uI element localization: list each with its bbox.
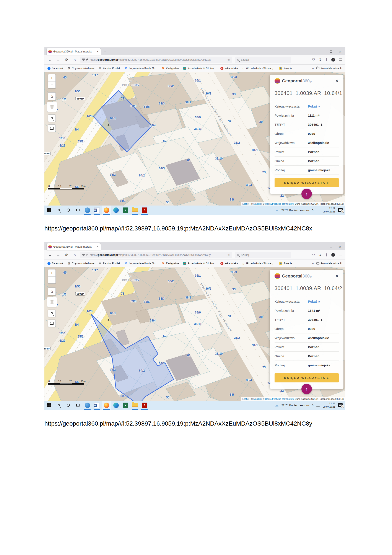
forward-button[interactable]: → (56, 253, 61, 257)
measure-button[interactable] (48, 124, 56, 132)
map-canvas[interactable]: 451/171/501/65808P1/121/285808P1/41/3065… (44, 72, 345, 205)
account-icon[interactable]: ● (331, 253, 335, 257)
zoom-in-button[interactable]: + (48, 270, 56, 277)
start-button[interactable] (44, 401, 54, 410)
layers-button[interactable] (47, 102, 57, 112)
lock-icon[interactable] (86, 59, 88, 61)
map-canvas[interactable]: 451/171/501/65808P1/121/285808P1/41/3065… (44, 267, 345, 401)
maptiler-link[interactable]: MapTiler (253, 398, 262, 400)
weather-icon[interactable]: ☁ (275, 403, 279, 408)
account-icon[interactable]: ● (331, 58, 335, 62)
restore-button[interactable] (330, 51, 332, 53)
forward-button[interactable]: → (56, 58, 61, 62)
home-button[interactable]: ⌂ (72, 253, 77, 257)
excel-taskbar-icon[interactable] (121, 205, 130, 215)
zoom-out-button[interactable]: − (48, 81, 56, 88)
restore-button[interactable] (330, 246, 332, 248)
browser-tab[interactable]: Geoportal360.pl - Mapa Interakt ✕ (47, 243, 101, 250)
edge-taskbar-icon[interactable] (111, 401, 121, 410)
reload-button[interactable]: ⟳ (64, 58, 69, 62)
bookmark-globe2[interactable]: ⊕Zamów Posiłek (98, 67, 120, 70)
library-icon[interactable]: ⫼ (326, 253, 327, 257)
maptiler-link[interactable]: MapTiler (253, 203, 262, 205)
tray-expand-icon[interactable]: ^ (312, 209, 313, 212)
browser-tab[interactable]: Geoportal360.pl - Mapa Interakt ✕ (47, 48, 101, 55)
weather-text[interactable]: 22°C Koniec deszczu (282, 404, 309, 407)
bookmark-g[interactable]: GLogowanie – Konta Go... (125, 67, 158, 70)
cortana-button[interactable] (64, 205, 73, 215)
leaflet-link[interactable]: Leaflet (242, 203, 249, 205)
downloads-icon[interactable]: ↧ (319, 253, 322, 257)
scroll-up-button[interactable]: ↑ (301, 189, 312, 199)
new-tab-button[interactable]: + (104, 245, 106, 249)
taskbar-search-button[interactable] (54, 205, 64, 215)
clock[interactable]: 12:2809.07.2021 (323, 402, 335, 409)
zoom-out-button[interactable]: − (48, 277, 56, 283)
thunderbird-taskbar-icon[interactable] (83, 401, 92, 410)
weather-icon[interactable]: ☁ (275, 208, 279, 212)
search-field[interactable]: Szukaj (235, 57, 291, 63)
overflow-chevron-icon[interactable]: » (312, 262, 314, 265)
bookmark-fb[interactable]: fFacebook (47, 262, 63, 265)
acrobat-taskbar-icon[interactable] (140, 401, 149, 410)
pokaz-link[interactable]: Pokaż » (308, 104, 320, 108)
panel-close-icon[interactable]: ✕ (335, 273, 339, 278)
close-button[interactable]: ✕ (339, 50, 341, 53)
excel-taskbar-icon[interactable] (121, 401, 130, 410)
minimize-button[interactable]: – (322, 50, 324, 53)
pocket-icon[interactable]: ⛉ (312, 58, 315, 62)
pokaz-link[interactable]: Pokaż » (308, 299, 320, 303)
word-taskbar-icon[interactable] (92, 205, 102, 215)
bookmark-star-icon[interactable]: ☆ (227, 58, 230, 62)
menu-icon[interactable] (339, 254, 342, 256)
scroll-up-button[interactable]: ↑ (301, 384, 312, 394)
minimize-button[interactable]: – (322, 245, 324, 248)
back-button[interactable]: ← (47, 58, 53, 62)
thunderbird-taskbar-icon[interactable] (83, 205, 92, 215)
task-view-button[interactable] (73, 401, 83, 410)
tracking-shield-icon[interactable] (82, 254, 85, 256)
back-button[interactable]: ← (47, 253, 53, 257)
firefox-taskbar-icon[interactable] (102, 401, 111, 410)
display-tray-icon[interactable] (316, 404, 320, 407)
bookmark-home[interactable]: ⌂iPrzedszkole - Strona g... (242, 262, 275, 265)
task-view-button[interactable] (73, 205, 83, 215)
home-button[interactable]: ⌂ (72, 58, 77, 62)
weather-text[interactable]: 22°C Koniec deszczu (282, 209, 309, 212)
reload-button[interactable]: ⟳ (64, 253, 69, 257)
search-field[interactable]: Szukaj (235, 252, 291, 258)
firefox-taskbar-icon[interactable] (102, 205, 111, 215)
bookmark-x[interactable]: ✕Zastępstwa (162, 262, 179, 265)
bookmark-fb[interactable]: fFacebook (47, 67, 63, 70)
bookmark-x[interactable]: ✕Zastępstwa (162, 67, 179, 70)
ksiega-wieczysta-button[interactable]: KSIĘGA WIECZYSTA » (275, 373, 339, 382)
leaflet-link[interactable]: Leaflet (242, 398, 249, 400)
taskbar-search-button[interactable] (54, 401, 64, 410)
file-explorer-taskbar-icon[interactable] (130, 205, 140, 215)
address-bar[interactable]: https://geoportal360.pl/map/#l:52.39897,… (80, 252, 232, 258)
bookmark-home[interactable]: ⌂iPrzedszkole - Strona g... (242, 67, 275, 70)
map-home-button[interactable]: ⌂ (48, 92, 56, 100)
clock[interactable]: 12:2709.07.2021 (323, 207, 335, 213)
map-search-button[interactable] (48, 310, 56, 317)
notification-center-icon[interactable]: 2 (338, 403, 343, 407)
zoom-in-button[interactable]: + (48, 74, 56, 81)
bookmark-card[interactable]: Zajęcia (279, 262, 292, 265)
pocket-icon[interactable]: ⛉ (312, 253, 315, 257)
bookmark-school[interactable]: Przedszkole Nr 31 Poz... (183, 262, 216, 265)
osm-link[interactable]: OpenStreetMap contributors (265, 398, 294, 400)
map-home-button[interactable]: ⌂ (48, 287, 56, 295)
other-bookmarks[interactable]: Pozostałe zakładki (316, 262, 342, 265)
bookmark-school[interactable]: Przedszkole Nr 31 Poz... (183, 67, 216, 70)
osm-link[interactable]: OpenStreetMap contributors (265, 203, 294, 205)
bookmark-ek[interactable]: ee-kartoteka (220, 262, 238, 265)
downloads-icon[interactable]: ↧ (319, 58, 322, 62)
bookmark-ek[interactable]: ee-kartoteka (220, 67, 238, 70)
library-icon[interactable]: ⫼ (326, 58, 327, 62)
bookmark-globe2[interactable]: ⊕Zamów Posiłek (98, 262, 120, 265)
file-explorer-taskbar-icon[interactable] (130, 401, 140, 410)
bookmark-star-icon[interactable]: ☆ (227, 253, 230, 257)
other-bookmarks[interactable]: Pozostałe zakładki (316, 67, 342, 70)
layers-button[interactable] (47, 297, 57, 307)
word-taskbar-icon[interactable] (92, 401, 102, 410)
